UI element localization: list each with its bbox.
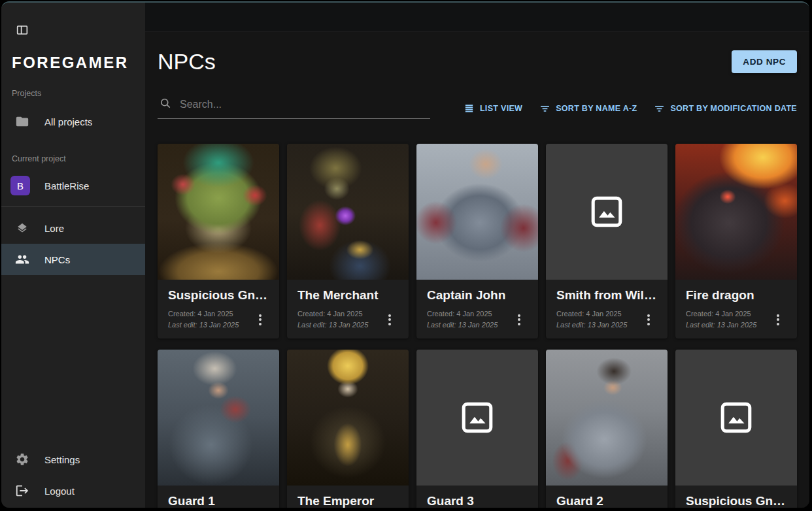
card-menu-button[interactable] — [511, 311, 528, 328]
current-project-section-label: Current project — [12, 154, 135, 163]
card-created-date: Created: 4 Jan 2025 — [297, 308, 368, 320]
card-title: Smith from Willia… — [556, 288, 657, 303]
card-title: Suspicious Gnome — [168, 288, 269, 303]
card-image — [416, 144, 538, 280]
project-name: BattleRise — [44, 180, 89, 191]
card-image — [287, 144, 409, 280]
card-menu-button[interactable] — [640, 311, 657, 328]
sidebar-divider — [1, 206, 145, 207]
sort-lines-icon — [539, 103, 550, 114]
add-npc-button[interactable]: ADD NPC — [732, 50, 797, 73]
npc-card[interactable]: The Merchant Created: 4 Jan 2025 Last ed… — [287, 144, 409, 338]
sort-by-name-button[interactable]: SORT BY NAME A-Z — [539, 103, 637, 114]
sidebar-item-current-project[interactable]: B BattleRise — [1, 170, 145, 201]
card-image — [675, 350, 797, 486]
card-title: Fire dragon — [686, 288, 787, 303]
sort-by-modification-date-button[interactable]: SORT BY MODIFICATION DATE — [654, 103, 797, 114]
card-menu-button[interactable] — [770, 311, 787, 328]
search-field[interactable] — [158, 94, 430, 119]
card-image — [546, 350, 668, 486]
sidebar-item-logout[interactable]: Logout — [1, 475, 145, 506]
sidebar-item-lore[interactable]: Lore — [1, 212, 145, 244]
npc-card[interactable]: Suspicious Gnome Created: 4 Jan 2025 Las… — [675, 350, 797, 508]
search-icon — [159, 97, 172, 112]
sidebar-item-all-projects[interactable]: All projects — [1, 106, 145, 137]
sidebar: FOREGAMER Projects All projects Current … — [1, 3, 145, 508]
logout-icon — [14, 484, 30, 498]
card-image — [416, 350, 538, 486]
folder-icon — [14, 114, 30, 129]
list-lines-icon — [464, 103, 475, 114]
card-created-date: Created: 4 Jan 2025 — [168, 308, 239, 320]
project-avatar: B — [10, 176, 30, 195]
card-title: Guard 3 — [427, 494, 528, 508]
card-title: The Emperor — [297, 494, 398, 508]
card-last-edit-date: Last edit: 13 Jan 2025 — [686, 320, 756, 331]
content-area: NPCs ADD NPC LIST VIEW — [145, 32, 809, 508]
main-area: NPCs ADD NPC LIST VIEW — [145, 3, 809, 508]
card-last-edit-date: Last edit: 13 Jan 2025 — [297, 320, 368, 331]
sidebar-item-label: NPCs — [44, 254, 70, 265]
sidebar-item-label: All projects — [44, 116, 92, 127]
sidebar-item-label: Lore — [44, 223, 64, 234]
sidebar-item-npcs[interactable]: NPCs — [1, 244, 145, 275]
npc-card[interactable]: The Emperor Created: 4 Jan 2025 Last edi… — [287, 350, 409, 508]
projects-section-label: Projects — [12, 89, 135, 98]
npc-card[interactable]: Guard 1 Created: 4 Jan 2025 Last edit: 1… — [158, 350, 279, 508]
npc-card[interactable]: Guard 2 Created: 4 Jan 2025 Last edit: 1… — [546, 350, 668, 508]
card-menu-button[interactable] — [381, 311, 398, 328]
image-placeholder-icon — [717, 399, 755, 437]
app-logo: FOREGAMER — [12, 54, 145, 72]
card-title: Guard 2 — [556, 494, 657, 508]
card-title: Guard 1 — [168, 494, 269, 508]
card-image — [675, 144, 797, 280]
npc-card[interactable]: Captain John Created: 4 Jan 2025 Last ed… — [416, 144, 538, 338]
npc-card[interactable]: Fire dragon Created: 4 Jan 2025 Last edi… — [675, 144, 797, 338]
top-app-bar — [145, 3, 809, 32]
sidebar-item-label: Settings — [44, 454, 80, 465]
card-created-date: Created: 4 Jan 2025 — [686, 308, 756, 320]
npc-card[interactable]: Suspicious Gnome Created: 4 Jan 2025 Las… — [158, 144, 279, 338]
search-input[interactable] — [180, 99, 429, 110]
npc-card[interactable]: Guard 3 Created: 4 Jan 2025 Last edit: 1… — [416, 350, 538, 508]
card-created-date: Created: 4 Jan 2025 — [427, 308, 498, 320]
sidebar-item-settings[interactable]: Settings — [1, 444, 145, 475]
sidebar-item-label: Logout — [44, 486, 75, 497]
panel-toggle-icon — [15, 23, 29, 37]
card-title: The Merchant — [297, 288, 398, 303]
image-placeholder-icon — [588, 193, 626, 231]
card-menu-button[interactable] — [252, 311, 269, 328]
list-view-button[interactable]: LIST VIEW — [464, 103, 522, 114]
card-image — [158, 350, 279, 486]
card-title: Captain John — [427, 288, 528, 303]
card-image — [158, 144, 279, 280]
npc-card[interactable]: Smith from Willia… Created: 4 Jan 2025 L… — [546, 144, 668, 338]
sidebar-toggle-button[interactable] — [14, 22, 30, 38]
gear-icon — [14, 452, 30, 467]
image-placeholder-icon — [458, 399, 496, 437]
layers-icon — [14, 221, 30, 235]
sort-lines-icon — [654, 103, 665, 114]
card-image — [287, 350, 409, 486]
card-image — [546, 144, 668, 280]
page-title: NPCs — [158, 49, 216, 74]
app-window: FOREGAMER Projects All projects Current … — [1, 1, 809, 508]
card-last-edit-date: Last edit: 13 Jan 2025 — [556, 320, 627, 331]
card-title: Suspicious Gnome — [686, 494, 787, 508]
people-icon — [14, 252, 30, 267]
npc-card-grid: Suspicious Gnome Created: 4 Jan 2025 Las… — [158, 144, 797, 508]
card-last-edit-date: Last edit: 13 Jan 2025 — [168, 320, 239, 331]
card-last-edit-date: Last edit: 13 Jan 2025 — [427, 320, 498, 331]
card-created-date: Created: 4 Jan 2025 — [556, 308, 627, 320]
